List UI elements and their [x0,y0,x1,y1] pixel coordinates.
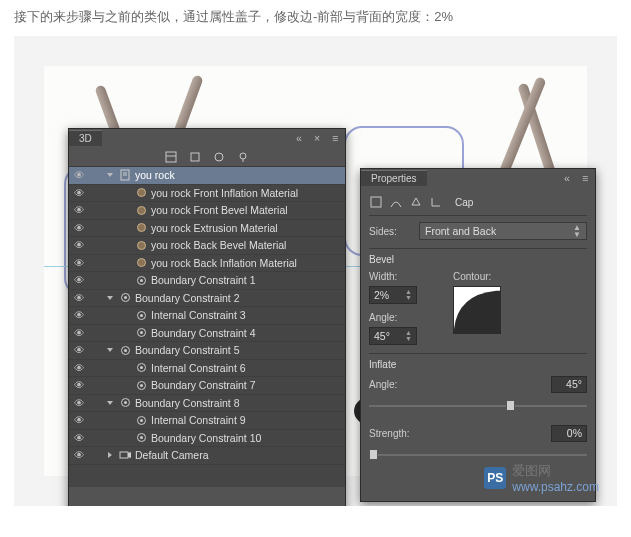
bevel-width-input[interactable]: 2% ▲▼ [369,286,417,304]
light-add-icon[interactable]: ✦ [237,503,251,506]
collapse-icon[interactable]: « [293,132,305,144]
panel-3d-header[interactable]: 3D « × ≡ [69,129,345,147]
visibility-icon[interactable]: 👁 [73,362,85,374]
target-icon [135,309,147,321]
visibility-icon[interactable]: 👁 [73,379,85,391]
tree-row[interactable]: 👁Boundary Constraint 5 [69,342,345,360]
svg-marker-35 [128,452,131,458]
scene-tree[interactable]: 👁you rock👁you rock Front Inflation Mater… [69,167,345,487]
tree-row-label: Boundary Constraint 8 [135,397,239,409]
collapse-icon[interactable]: « [561,172,573,184]
inflate-strength-slider[interactable] [369,448,587,462]
disclosure-icon[interactable] [105,400,115,406]
tree-row[interactable]: 👁Boundary Constraint 2 [69,290,345,308]
tree-row-label: Boundary Constraint 1 [151,274,255,286]
trash-icon[interactable] [325,503,339,506]
filter-materials-icon[interactable] [212,150,226,164]
visibility-icon[interactable]: 👁 [73,239,85,251]
panel-properties-header[interactable]: Properties « ≡ [361,169,595,187]
updown-icon: ▲▼ [405,289,412,301]
new-icon[interactable]: ▭ [281,503,295,506]
tree-row-label: you rock Back Inflation Material [151,257,297,269]
svg-point-27 [140,384,143,387]
inflate-angle-slider[interactable] [369,399,587,413]
sides-label: Sides: [369,226,413,237]
cap-mode-icon[interactable] [409,195,423,209]
visibility-icon[interactable]: 👁 [73,222,85,234]
tree-row-label: Internal Constraint 9 [151,414,246,426]
svg-point-13 [137,259,145,267]
svg-point-4 [240,153,246,159]
duplicate-icon[interactable]: ⧉ [303,503,317,506]
sides-select[interactable]: Front and Back ▲▼ [419,222,587,240]
visibility-icon[interactable]: 👁 [73,344,85,356]
visibility-icon[interactable]: 👁 [73,327,85,339]
tree-row[interactable]: 👁you rock Extrusion Material [69,220,345,238]
tree-row[interactable]: 👁Internal Constraint 6 [69,360,345,378]
visibility-icon[interactable]: 👁 [73,432,85,444]
visibility-icon[interactable]: 👁 [73,257,85,269]
panel-3d-filters [69,147,345,167]
coords-mode-icon[interactable] [429,195,443,209]
filter-mesh-icon[interactable] [188,150,202,164]
panel-menu-icon[interactable]: ≡ [579,172,591,184]
tree-row[interactable]: 👁Default Camera [69,447,345,465]
tree-row-label: Boundary Constraint 5 [135,344,239,356]
inflate-angle-value[interactable]: 45° [551,376,587,393]
close-icon[interactable]: × [311,132,323,144]
svg-point-25 [140,366,143,369]
inflate-strength-value[interactable]: 0% [551,425,587,442]
tree-row-label: Internal Constraint 3 [151,309,246,321]
visibility-icon[interactable]: 👁 [73,292,85,304]
tree-row[interactable]: 👁you rock Front Inflation Material [69,185,345,203]
tree-row[interactable]: 👁Boundary Constraint 7 [69,377,345,395]
filter-scene-icon[interactable] [164,150,178,164]
grid-icon[interactable]: ▦ [259,503,273,506]
contour-label: Contour: [453,271,501,282]
mat-icon [135,239,147,251]
visibility-icon[interactable]: 👁 [73,187,85,199]
visibility-icon[interactable]: 👁 [73,414,85,426]
tree-row[interactable]: 👁you rock [69,167,345,185]
visibility-icon[interactable]: 👁 [73,449,85,461]
svg-point-10 [137,206,145,214]
svg-point-12 [137,241,145,249]
tree-row-label: you rock Back Bevel Material [151,239,286,251]
target-icon [135,274,147,286]
disclosure-icon[interactable] [105,452,115,458]
tree-row[interactable]: 👁you rock Back Inflation Material [69,255,345,273]
visibility-icon[interactable]: 👁 [73,169,85,181]
tree-row-label: Default Camera [135,449,209,461]
panel-menu-icon[interactable]: ≡ [329,132,341,144]
tree-row[interactable]: 👁you rock Front Bevel Material [69,202,345,220]
visibility-icon[interactable]: 👁 [73,204,85,216]
disclosure-icon[interactable] [105,172,115,178]
target-icon [119,397,131,409]
visibility-icon[interactable]: 👁 [73,397,85,409]
mat-icon [135,187,147,199]
tree-row[interactable]: 👁Boundary Constraint 4 [69,325,345,343]
target-icon [135,432,147,444]
mesh-mode-icon[interactable] [369,195,383,209]
tab-3d[interactable]: 3D [69,130,102,146]
camera-icon[interactable] [75,503,89,506]
svg-point-3 [215,153,223,161]
tree-row[interactable]: 👁Boundary Constraint 1 [69,272,345,290]
tree-row[interactable]: 👁Internal Constraint 9 [69,412,345,430]
tab-properties[interactable]: Properties [361,170,427,186]
tree-row[interactable]: 👁Internal Constraint 3 [69,307,345,325]
target-icon [119,292,131,304]
filter-lights-icon[interactable] [236,150,250,164]
tree-row[interactable]: 👁Boundary Constraint 8 [69,395,345,413]
disclosure-icon[interactable] [105,347,115,353]
bevel-angle-input[interactable]: 45° ▲▼ [369,327,417,345]
visibility-icon[interactable]: 👁 [73,274,85,286]
tree-row[interactable]: 👁Boundary Constraint 10 [69,430,345,448]
visibility-icon[interactable]: 👁 [73,309,85,321]
contour-picker[interactable] [453,286,501,334]
inflate-angle-label: Angle: [369,379,413,390]
tree-row[interactable]: 👁you rock Back Bevel Material [69,237,345,255]
disclosure-icon[interactable] [105,295,115,301]
deform-mode-icon[interactable] [389,195,403,209]
render-icon[interactable]: ▣ [97,503,111,506]
